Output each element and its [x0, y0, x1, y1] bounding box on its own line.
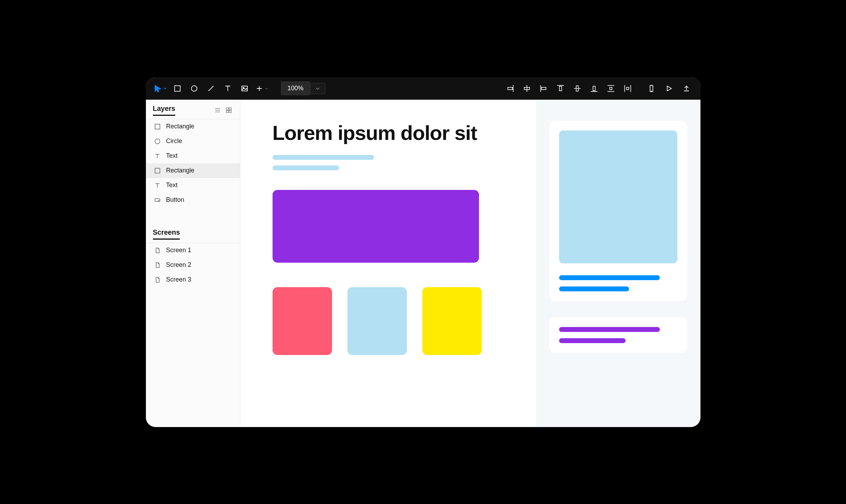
- chevron-down-icon: [315, 86, 320, 91]
- screens-title: Screens: [153, 228, 180, 240]
- preview-tools: [644, 81, 694, 96]
- svg-rect-6: [508, 87, 512, 90]
- screen-label: Screen 1: [166, 247, 191, 254]
- distribute-vertical[interactable]: [603, 81, 619, 96]
- svg-rect-34: [155, 168, 160, 173]
- add-tool[interactable]: [254, 81, 270, 96]
- zoom-dropdown[interactable]: [310, 83, 325, 94]
- play-icon: [665, 84, 673, 93]
- layers-list-view[interactable]: [213, 106, 222, 114]
- ellipse-tool[interactable]: [186, 81, 202, 96]
- svg-rect-10: [541, 87, 546, 90]
- layer-item[interactable]: Button: [146, 193, 240, 207]
- media-placeholder: [559, 130, 677, 263]
- right-panel-card: [549, 121, 687, 301]
- button-icon: [154, 196, 161, 204]
- zoom-value[interactable]: 100%: [281, 81, 310, 95]
- right-panel-card: [549, 317, 687, 353]
- pointer-icon: [154, 84, 162, 93]
- svg-rect-31: [229, 111, 231, 113]
- page-icon: [154, 247, 161, 254]
- layer-label: Text: [166, 182, 178, 189]
- distribute-h-icon: [623, 84, 632, 93]
- svg-rect-19: [609, 87, 612, 90]
- align-top[interactable]: [553, 81, 568, 96]
- play-button[interactable]: [661, 81, 677, 96]
- rectangle-icon: [154, 167, 161, 175]
- layer-item[interactable]: Text: [146, 149, 240, 163]
- align-right[interactable]: [502, 81, 518, 96]
- canvas-right-column: [536, 100, 700, 427]
- top-toolbar: 100%: [146, 77, 700, 100]
- distribute-v-icon: [606, 84, 615, 93]
- image-tool[interactable]: [237, 81, 252, 96]
- text-icon: [224, 84, 232, 93]
- placeholder-bar: [559, 286, 629, 291]
- sidebar: Layers RectangleCircleTextRectangleTextB…: [146, 100, 240, 427]
- text-icon: [154, 152, 161, 160]
- layer-item[interactable]: Rectangle: [146, 119, 240, 134]
- shape-tools: [152, 81, 270, 96]
- select-tool[interactable]: [152, 81, 168, 96]
- align-hcenter-icon: [522, 84, 531, 93]
- svg-line-2: [209, 86, 213, 91]
- canvas-main[interactable]: Lorem ipsum dolor sit: [240, 100, 536, 427]
- layers-panel-head: Layers: [146, 100, 240, 119]
- screen-item[interactable]: Screen 1: [146, 243, 240, 258]
- list-icon: [214, 107, 221, 113]
- mobile-icon: [647, 84, 656, 93]
- screen-item[interactable]: Screen 3: [146, 272, 240, 287]
- placeholder-bar: [559, 338, 626, 343]
- align-vcenter-icon: [573, 84, 582, 93]
- line-tool[interactable]: [203, 81, 219, 96]
- distribute-horizontal[interactable]: [620, 81, 635, 96]
- card-shape[interactable]: [347, 287, 407, 355]
- zoom-control: 100%: [281, 81, 325, 95]
- align-bottom-icon: [590, 84, 599, 93]
- canvas-area: Lorem ipsum dolor sit: [240, 100, 700, 427]
- headline-text: Lorem ipsum dolor sit: [273, 122, 508, 144]
- text-tool[interactable]: [220, 81, 235, 96]
- svg-point-1: [191, 86, 197, 91]
- upload-button[interactable]: [679, 81, 694, 96]
- page-icon: [154, 261, 161, 269]
- rectangle-tool[interactable]: [170, 81, 185, 96]
- device-preview[interactable]: [644, 81, 659, 96]
- screen-item[interactable]: Screen 2: [146, 258, 240, 272]
- screens-panel-head: Screens: [146, 223, 240, 243]
- rectangle-icon: [154, 123, 161, 130]
- main-rect-shape[interactable]: [273, 190, 479, 263]
- circle-icon: [190, 84, 198, 93]
- align-right-icon: [506, 84, 515, 93]
- circle-icon: [154, 137, 161, 145]
- layers-title: Layers: [153, 105, 176, 116]
- grid-icon: [226, 107, 232, 113]
- placeholder-bar: [273, 165, 339, 170]
- layers-list: RectangleCircleTextRectangleTextButton: [146, 119, 240, 207]
- text-icon: [154, 182, 161, 189]
- layer-label: Rectangle: [166, 123, 195, 130]
- screens-list: Screen 1Screen 2Screen 3: [146, 243, 240, 287]
- screen-label: Screen 2: [166, 261, 191, 269]
- placeholder-bar: [273, 155, 374, 160]
- align-bottom[interactable]: [586, 81, 602, 96]
- screen-label: Screen 3: [166, 276, 191, 283]
- svg-rect-0: [175, 86, 180, 91]
- align-hcenter[interactable]: [519, 81, 535, 96]
- svg-rect-29: [229, 108, 231, 110]
- design-app-window: 100%: [146, 77, 700, 427]
- align-vcenter[interactable]: [570, 81, 585, 96]
- align-left-icon: [539, 84, 548, 93]
- card-shape[interactable]: [422, 287, 482, 355]
- layers-grid-view[interactable]: [225, 106, 233, 114]
- layer-label: Button: [166, 196, 184, 204]
- layer-item[interactable]: Text: [146, 178, 240, 193]
- svg-rect-28: [226, 108, 228, 110]
- card-shape[interactable]: [273, 287, 332, 355]
- line-icon: [207, 84, 215, 93]
- align-left[interactable]: [536, 81, 551, 96]
- chevron-down-icon: [265, 87, 268, 90]
- layer-item[interactable]: Rectangle: [146, 163, 240, 178]
- layer-item[interactable]: Circle: [146, 134, 240, 149]
- placeholder-bar: [559, 327, 660, 332]
